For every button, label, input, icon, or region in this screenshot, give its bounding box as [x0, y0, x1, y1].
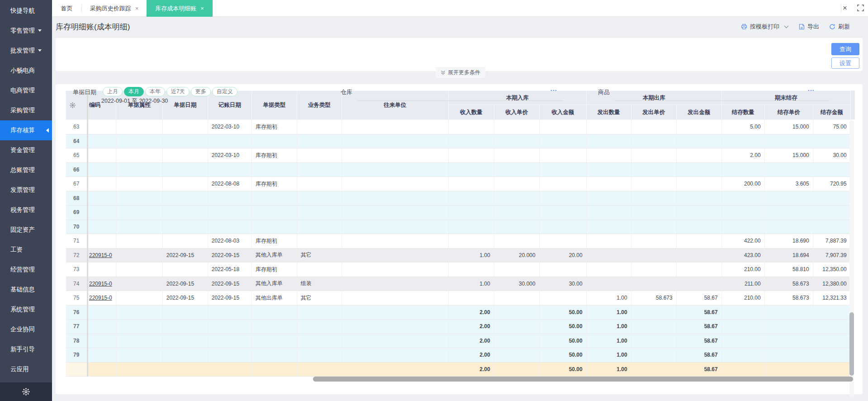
sidebar-item-资金管理[interactable]: 资金管理 — [0, 140, 52, 160]
vertical-scrollbar-thumb[interactable] — [849, 312, 854, 376]
table-row[interactable]: 64 — [66, 134, 851, 148]
table-cell — [494, 191, 539, 205]
table-row[interactable]: 712022-08-03库存期初422.0018.6907,887.39 — [66, 234, 851, 248]
query-button[interactable]: 查询 — [831, 43, 859, 55]
table-cell — [813, 191, 850, 205]
sidebar-item-库存核算[interactable]: 库存核算 — [0, 120, 52, 140]
table-cell — [721, 162, 764, 177]
sidebar-item-零售管理[interactable]: 零售管理 — [0, 21, 52, 41]
product-input[interactable] — [615, 92, 829, 101]
sidebar-item-新手引导[interactable]: 新手引导 — [0, 339, 52, 359]
table-row[interactable]: 732022-05-18库存期初210.0058.81012,350.00 — [66, 263, 851, 277]
expand-more-conditions-button[interactable]: 展开更多条件 — [436, 67, 485, 78]
pill-自定义[interactable]: 自定义 — [212, 87, 237, 96]
chevron-down-icon[interactable] — [784, 25, 789, 29]
doc-code-link[interactable]: 220915-0 — [89, 295, 112, 301]
sidebar-item-label: 快捷导航 — [10, 7, 35, 14]
table-row[interactable]: 632022-03-10库存期初5.0015.00075.00 — [66, 120, 851, 134]
sidebar-item-总账管理[interactable]: 总账管理 — [0, 160, 52, 180]
sidebar-item-经营管理[interactable]: 经营管理 — [0, 260, 52, 280]
sidebar-item-税务管理[interactable]: 税务管理 — [0, 200, 52, 220]
table-row[interactable]: 75220915-02022-09-152022-09-15其他出库单其它1.0… — [66, 291, 851, 306]
sidebar-item-快捷导航[interactable]: 快捷导航 — [0, 1, 52, 21]
settings-button[interactable]: 设置 — [831, 57, 859, 69]
table-row[interactable]: 782.0050.001.0058.67 — [66, 334, 851, 348]
doc-code-link[interactable]: 220915-0 — [89, 281, 112, 287]
table-row[interactable]: 792.0050.001.0058.67 — [66, 348, 851, 363]
table-cell — [448, 220, 494, 234]
tab-home[interactable]: 首页 — [52, 0, 81, 17]
sidebar-item-label: 系统管理 — [10, 306, 35, 313]
row-number: 77 — [66, 320, 88, 334]
table-row[interactable]: 66 — [66, 162, 851, 177]
product-picker-button[interactable]: ... — [808, 85, 815, 92]
pill-更多[interactable]: 更多 — [191, 87, 211, 96]
table-row[interactable]: 772.0050.001.0058.67 — [66, 320, 851, 334]
pill-上月[interactable]: 上月 — [103, 87, 123, 96]
horizontal-scrollbar-thumb[interactable] — [313, 377, 853, 382]
sidebar-item-采购管理[interactable]: 采购管理 — [0, 100, 52, 120]
vertical-scrollbar[interactable] — [849, 120, 854, 397]
sidebar-settings-button[interactable] — [0, 382, 52, 401]
sidebar-item-工资[interactable]: 工资 — [0, 240, 52, 260]
tab-close-icon[interactable]: × — [200, 5, 204, 12]
table-cell: 2022-09-15 — [208, 291, 251, 306]
doc-code-link[interactable]: 220915-0 — [89, 252, 112, 258]
table-cell — [448, 148, 494, 163]
table-cell — [813, 334, 850, 348]
pill-本年[interactable]: 本年 — [145, 87, 165, 96]
pill-本月[interactable]: 本月 — [124, 87, 144, 96]
table-row[interactable]: 68 — [66, 191, 851, 205]
print-by-template-button[interactable]: 按模板打印 — [741, 23, 789, 31]
table-row[interactable]: 762.0050.001.0058.67 — [66, 305, 851, 320]
table-cell — [631, 148, 676, 163]
table-cell — [631, 334, 676, 348]
table-row[interactable]: 70 — [66, 220, 851, 234]
refresh-button[interactable]: 刷新 — [829, 23, 850, 31]
table-cell — [208, 162, 251, 177]
sidebar-item-系统管理[interactable]: 系统管理 — [0, 300, 52, 320]
warehouse-picker-button[interactable]: ... — [550, 85, 557, 92]
table-cell — [494, 334, 539, 348]
sidebar-item-基础信息[interactable]: 基础信息 — [0, 280, 52, 300]
table-cell: 2022-05-18 — [208, 263, 251, 277]
table-row[interactable]: 74220915-02022-09-152022-09-15其他入库单组装1.0… — [66, 277, 851, 291]
tab-close-icon[interactable]: × — [135, 5, 139, 12]
sidebar-item-电商管理[interactable]: 电商管理 — [0, 81, 52, 100]
sidebar-item-云应用[interactable]: 云应用 — [0, 359, 52, 379]
fullscreen-icon[interactable] — [857, 5, 864, 11]
table-cell: 库存期初 — [251, 177, 297, 191]
sidebar-item-企业协同[interactable]: 企业协同 — [0, 320, 52, 339]
tab-purchase-history[interactable]: 采购历史价跟踪× — [82, 0, 147, 17]
doc-code-cell[interactable]: 220915-0 — [88, 277, 116, 291]
table-row[interactable]: 652022-03-10库存期初2.0015.00030.00 — [66, 148, 851, 163]
doc-code-cell[interactable]: 220915-0 — [88, 291, 116, 306]
sidebar-item-小畅电商[interactable]: 小畅电商 — [0, 61, 52, 81]
table-cell: 其它 — [297, 248, 342, 263]
table-cell — [251, 362, 297, 377]
sidebar-item-发票管理[interactable]: 发票管理 — [0, 180, 52, 200]
table-row[interactable]: 672022-08-08库存期初200.003.605720.95 — [66, 177, 851, 191]
row-number: 69 — [66, 205, 88, 220]
table-cell — [251, 334, 297, 348]
table-row[interactable]: 69 — [66, 205, 851, 220]
table-cell: 其它 — [297, 291, 342, 306]
table-cell — [631, 263, 676, 277]
table-row[interactable]: 72220915-02022-09-152022-09-15其他入库单其它1.0… — [66, 248, 851, 263]
sidebar-item-固定资产[interactable]: 固定资产 — [0, 220, 52, 240]
horizontal-scrollbar[interactable] — [66, 377, 855, 382]
table-cell: 组装 — [297, 277, 342, 291]
sidebar-menu: 快捷导航零售管理批发管理小畅电商电商管理采购管理库存核算资金管理总账管理发票管理… — [0, 0, 52, 379]
sidebar-item-批发管理[interactable]: 批发管理 — [0, 41, 52, 61]
row-number: 63 — [66, 120, 88, 134]
table-cell — [116, 134, 162, 148]
export-button[interactable]: 导出 — [799, 23, 819, 31]
table-row[interactable]: 2.0050.001.0058.67 — [66, 362, 851, 377]
doc-code-cell[interactable]: 220915-0 — [88, 248, 116, 263]
table-cell: 18.690 — [764, 234, 813, 248]
tab-inventory-cost-ledger[interactable]: 库存成本明细账× — [147, 0, 213, 17]
close-icon[interactable]: × — [843, 4, 847, 13]
warehouse-input[interactable] — [357, 92, 564, 101]
pill-近7天[interactable]: 近7天 — [166, 87, 190, 96]
table-cell: 库存期初 — [251, 120, 297, 134]
